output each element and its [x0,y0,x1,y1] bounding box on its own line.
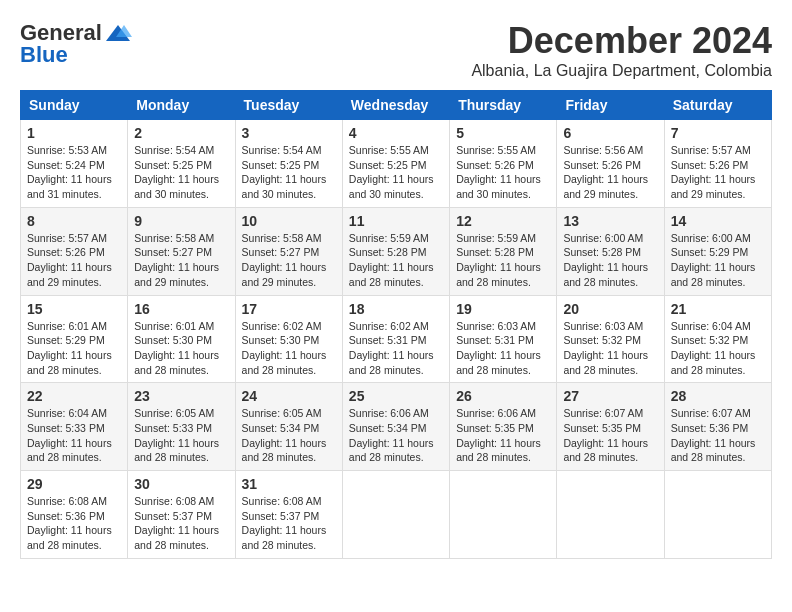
daylight: Daylight: 11 hours and 29 minutes. [242,261,327,288]
sunset: Sunset: 5:26 PM [671,159,749,171]
calendar-cell: 22 Sunrise: 6:04 AM Sunset: 5:33 PM Dayl… [21,383,128,471]
calendar-cell: 31 Sunrise: 6:08 AM Sunset: 5:37 PM Dayl… [235,471,342,559]
calendar-cell: 10 Sunrise: 5:58 AM Sunset: 5:27 PM Dayl… [235,207,342,295]
sunset: Sunset: 5:29 PM [27,334,105,346]
day-number: 16 [134,301,228,317]
weekday-header-sunday: Sunday [21,91,128,120]
sunrise: Sunrise: 5:53 AM [27,144,107,156]
day-number: 25 [349,388,443,404]
calendar-cell [557,471,664,559]
day-number: 1 [27,125,121,141]
logo: General Blue [20,20,134,68]
daylight: Daylight: 11 hours and 28 minutes. [27,349,112,376]
day-info: Sunrise: 5:58 AM Sunset: 5:27 PM Dayligh… [242,231,336,290]
sunrise: Sunrise: 6:06 AM [456,407,536,419]
sunset: Sunset: 5:35 PM [456,422,534,434]
month-title: December 2024 [471,20,772,62]
sunset: Sunset: 5:29 PM [671,246,749,258]
sunset: Sunset: 5:37 PM [242,510,320,522]
daylight: Daylight: 11 hours and 28 minutes. [671,349,756,376]
sunrise: Sunrise: 5:59 AM [456,232,536,244]
day-info: Sunrise: 5:56 AM Sunset: 5:26 PM Dayligh… [563,143,657,202]
sunrise: Sunrise: 6:06 AM [349,407,429,419]
sunset: Sunset: 5:25 PM [242,159,320,171]
weekday-header-friday: Friday [557,91,664,120]
sunrise: Sunrise: 6:00 AM [563,232,643,244]
day-info: Sunrise: 6:00 AM Sunset: 5:29 PM Dayligh… [671,231,765,290]
calendar-cell [664,471,771,559]
sunrise: Sunrise: 6:07 AM [563,407,643,419]
day-info: Sunrise: 6:08 AM Sunset: 5:36 PM Dayligh… [27,494,121,553]
calendar-cell: 1 Sunrise: 5:53 AM Sunset: 5:24 PM Dayli… [21,120,128,208]
sunrise: Sunrise: 5:59 AM [349,232,429,244]
day-number: 6 [563,125,657,141]
sunrise: Sunrise: 6:05 AM [242,407,322,419]
day-number: 4 [349,125,443,141]
calendar-cell: 16 Sunrise: 6:01 AM Sunset: 5:30 PM Dayl… [128,295,235,383]
sunrise: Sunrise: 5:55 AM [456,144,536,156]
sunrise: Sunrise: 6:01 AM [134,320,214,332]
sunrise: Sunrise: 6:00 AM [671,232,751,244]
weekday-header-row: SundayMondayTuesdayWednesdayThursdayFrid… [21,91,772,120]
day-info: Sunrise: 6:01 AM Sunset: 5:30 PM Dayligh… [134,319,228,378]
day-info: Sunrise: 6:02 AM Sunset: 5:30 PM Dayligh… [242,319,336,378]
sunrise: Sunrise: 6:04 AM [671,320,751,332]
day-number: 8 [27,213,121,229]
day-number: 18 [349,301,443,317]
day-info: Sunrise: 6:05 AM Sunset: 5:34 PM Dayligh… [242,406,336,465]
sunset: Sunset: 5:26 PM [563,159,641,171]
sunrise: Sunrise: 6:05 AM [134,407,214,419]
daylight: Daylight: 11 hours and 28 minutes. [671,261,756,288]
sunrise: Sunrise: 6:04 AM [27,407,107,419]
page-header: General Blue December 2024 Albania, La G… [20,20,772,80]
day-info: Sunrise: 6:05 AM Sunset: 5:33 PM Dayligh… [134,406,228,465]
title-section: December 2024 Albania, La Guajira Depart… [471,20,772,80]
calendar-cell: 23 Sunrise: 6:05 AM Sunset: 5:33 PM Dayl… [128,383,235,471]
day-info: Sunrise: 5:57 AM Sunset: 5:26 PM Dayligh… [671,143,765,202]
sunrise: Sunrise: 5:54 AM [134,144,214,156]
daylight: Daylight: 11 hours and 28 minutes. [671,437,756,464]
daylight: Daylight: 11 hours and 28 minutes. [27,437,112,464]
day-info: Sunrise: 6:07 AM Sunset: 5:36 PM Dayligh… [671,406,765,465]
day-info: Sunrise: 6:01 AM Sunset: 5:29 PM Dayligh… [27,319,121,378]
day-info: Sunrise: 5:59 AM Sunset: 5:28 PM Dayligh… [349,231,443,290]
calendar-week-row: 29 Sunrise: 6:08 AM Sunset: 5:36 PM Dayl… [21,471,772,559]
day-number: 26 [456,388,550,404]
weekday-header-tuesday: Tuesday [235,91,342,120]
sunrise: Sunrise: 6:08 AM [134,495,214,507]
sunrise: Sunrise: 6:07 AM [671,407,751,419]
day-number: 10 [242,213,336,229]
day-info: Sunrise: 5:55 AM Sunset: 5:26 PM Dayligh… [456,143,550,202]
daylight: Daylight: 11 hours and 29 minutes. [671,173,756,200]
sunset: Sunset: 5:25 PM [134,159,212,171]
day-info: Sunrise: 6:06 AM Sunset: 5:35 PM Dayligh… [456,406,550,465]
day-number: 3 [242,125,336,141]
day-info: Sunrise: 5:54 AM Sunset: 5:25 PM Dayligh… [134,143,228,202]
day-number: 23 [134,388,228,404]
sunset: Sunset: 5:33 PM [27,422,105,434]
calendar-cell [342,471,449,559]
calendar-cell: 5 Sunrise: 5:55 AM Sunset: 5:26 PM Dayli… [450,120,557,208]
calendar-cell: 15 Sunrise: 6:01 AM Sunset: 5:29 PM Dayl… [21,295,128,383]
day-number: 7 [671,125,765,141]
daylight: Daylight: 11 hours and 28 minutes. [456,261,541,288]
day-number: 5 [456,125,550,141]
calendar-cell: 28 Sunrise: 6:07 AM Sunset: 5:36 PM Dayl… [664,383,771,471]
day-info: Sunrise: 6:04 AM Sunset: 5:33 PM Dayligh… [27,406,121,465]
day-info: Sunrise: 6:08 AM Sunset: 5:37 PM Dayligh… [242,494,336,553]
daylight: Daylight: 11 hours and 30 minutes. [242,173,327,200]
day-info: Sunrise: 5:53 AM Sunset: 5:24 PM Dayligh… [27,143,121,202]
sunset: Sunset: 5:30 PM [134,334,212,346]
sunrise: Sunrise: 6:02 AM [242,320,322,332]
day-number: 21 [671,301,765,317]
calendar-cell: 6 Sunrise: 5:56 AM Sunset: 5:26 PM Dayli… [557,120,664,208]
weekday-header-monday: Monday [128,91,235,120]
daylight: Daylight: 11 hours and 28 minutes. [27,524,112,551]
calendar-cell: 13 Sunrise: 6:00 AM Sunset: 5:28 PM Dayl… [557,207,664,295]
sunrise: Sunrise: 6:03 AM [456,320,536,332]
calendar-cell: 25 Sunrise: 6:06 AM Sunset: 5:34 PM Dayl… [342,383,449,471]
daylight: Daylight: 11 hours and 28 minutes. [242,349,327,376]
sunrise: Sunrise: 6:02 AM [349,320,429,332]
sunset: Sunset: 5:34 PM [242,422,320,434]
sunset: Sunset: 5:32 PM [563,334,641,346]
